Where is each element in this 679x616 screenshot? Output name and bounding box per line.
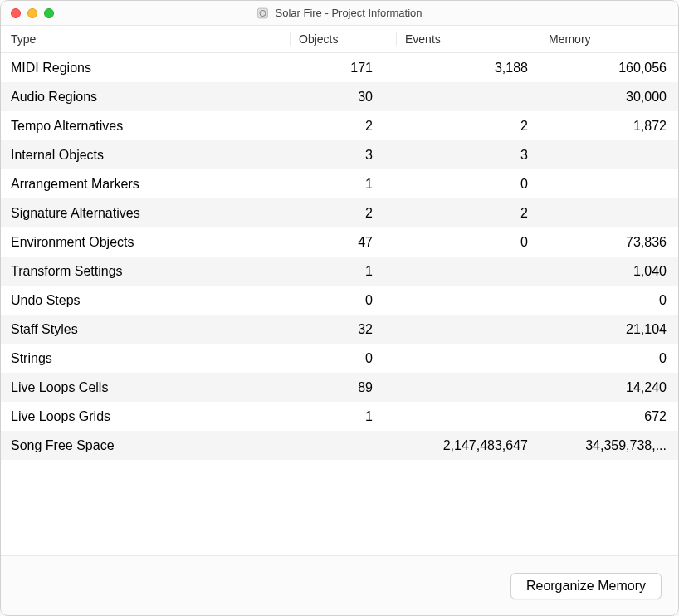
cell-objects: 89	[290, 380, 396, 395]
table-row[interactable]: Tempo Alternatives221,872	[1, 111, 678, 140]
cell-type: MIDI Regions	[1, 61, 290, 76]
cell-objects: 2	[290, 206, 396, 221]
cell-type: Undo Steps	[1, 293, 290, 308]
cell-memory: 672	[540, 409, 678, 424]
table-row[interactable]: Signature Alternatives22	[1, 198, 678, 227]
table-row[interactable]: Staff Styles3221,104	[1, 315, 678, 344]
table-row[interactable]: Audio Regions3030,000	[1, 82, 678, 111]
column-header-memory[interactable]: Memory	[540, 32, 678, 46]
cell-objects: 1	[290, 177, 396, 192]
table-row[interactable]: Environment Objects47073,836	[1, 227, 678, 257]
cell-type: Tempo Alternatives	[1, 119, 290, 134]
cell-type: Transform Settings	[1, 264, 290, 279]
cell-type: Song Free Space	[1, 438, 290, 453]
window-title: Solar Fire - Project Information	[275, 7, 422, 19]
table-row[interactable]: Strings00	[1, 344, 678, 373]
cell-objects: 0	[290, 351, 396, 366]
cell-events: 2,147,483,647	[396, 438, 540, 453]
table-row[interactable]: Internal Objects33	[1, 140, 678, 169]
table-row[interactable]: Live Loops Grids1672	[1, 402, 678, 431]
cell-memory: 1,040	[540, 264, 678, 279]
cell-events: 3,188	[396, 61, 540, 76]
cell-memory: 73,836	[540, 235, 678, 250]
titlebar: Solar Fire - Project Information	[1, 1, 678, 26]
cell-events: 0	[396, 235, 540, 250]
cell-events: 2	[396, 206, 540, 221]
cell-memory: 21,104	[540, 322, 678, 337]
cell-memory: 1,872	[540, 119, 678, 134]
traffic-lights	[11, 8, 54, 18]
footer: Reorganize Memory	[1, 555, 678, 615]
cell-type: Internal Objects	[1, 148, 290, 163]
table-body: MIDI Regions1713,188160,056Audio Regions…	[1, 53, 678, 555]
cell-type: Environment Objects	[1, 235, 290, 250]
cell-type: Live Loops Cells	[1, 380, 290, 395]
minimize-button[interactable]	[27, 8, 37, 18]
cell-type: Live Loops Grids	[1, 409, 290, 424]
table-row[interactable]: Live Loops Cells8914,240	[1, 373, 678, 402]
maximize-button[interactable]	[44, 8, 54, 18]
cell-type: Arrangement Markers	[1, 177, 290, 192]
cell-objects: 30	[290, 90, 396, 105]
cell-events: 2	[396, 119, 540, 134]
cell-memory: 0	[540, 351, 678, 366]
column-header-events[interactable]: Events	[396, 32, 540, 46]
cell-events: 3	[396, 148, 540, 163]
cell-memory: 0	[540, 293, 678, 308]
cell-memory: 34,359,738,...	[540, 438, 678, 453]
close-button[interactable]	[11, 8, 21, 18]
cell-type: Signature Alternatives	[1, 206, 290, 221]
cell-objects: 171	[290, 61, 396, 76]
cell-objects: 2	[290, 119, 396, 134]
logic-project-icon	[256, 7, 268, 19]
cell-objects: 1	[290, 409, 396, 424]
cell-type: Staff Styles	[1, 322, 290, 337]
table-row[interactable]: Transform Settings11,040	[1, 257, 678, 286]
cell-memory: 160,056	[540, 61, 678, 76]
cell-objects: 0	[290, 293, 396, 308]
cell-events: 0	[396, 177, 540, 192]
table-header: Type Objects Events Memory	[1, 26, 678, 53]
window-title-container: Solar Fire - Project Information	[256, 7, 422, 19]
column-header-type[interactable]: Type	[1, 32, 290, 46]
cell-memory: 30,000	[540, 90, 678, 105]
cell-type: Strings	[1, 351, 290, 366]
cell-memory: 14,240	[540, 380, 678, 395]
cell-type: Audio Regions	[1, 90, 290, 105]
cell-objects: 1	[290, 264, 396, 279]
table-row[interactable]: Arrangement Markers10	[1, 169, 678, 198]
table-row[interactable]: Undo Steps00	[1, 286, 678, 315]
project-information-window: Solar Fire - Project Information Type Ob…	[0, 0, 679, 616]
column-header-objects[interactable]: Objects	[290, 32, 396, 46]
svg-rect-0	[257, 8, 267, 18]
reorganize-memory-button[interactable]: Reorganize Memory	[510, 573, 662, 599]
table-row[interactable]: MIDI Regions1713,188160,056	[1, 53, 678, 82]
cell-objects: 3	[290, 148, 396, 163]
cell-objects: 47	[290, 235, 396, 250]
cell-objects: 32	[290, 322, 396, 337]
table-row[interactable]: Song Free Space2,147,483,64734,359,738,.…	[1, 431, 678, 460]
